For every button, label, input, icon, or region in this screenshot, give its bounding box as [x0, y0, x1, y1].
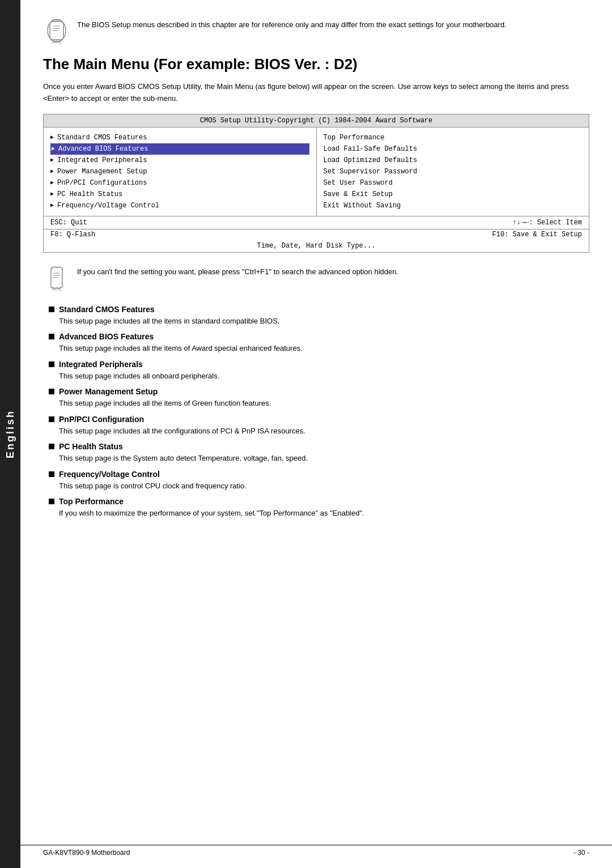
- bios-menu-body: ▶Standard CMOS Features▶Advanced BIOS Fe…: [44, 127, 589, 216]
- bios-menu-title: CMOS Setup Utility-Copyright (C) 1984-20…: [44, 114, 589, 127]
- bios-left-item: ▶Integrated Peripherals: [50, 155, 309, 166]
- bottom-note-box: NOTE If you can't find the setting you w…: [43, 264, 589, 291]
- feature-bullet: [49, 416, 54, 422]
- feature-title: Frequency/Voltage Control: [59, 470, 160, 479]
- feature-desc: This setup page includes all the items o…: [59, 343, 589, 354]
- page-title: The Main Menu (For example: BIOS Ver. : …: [43, 56, 589, 73]
- feature-heading: PnP/PCI Configuration: [49, 415, 589, 424]
- bios-left-item: ▶PnP/PCI Configurations: [50, 177, 309, 189]
- bios-right-item: Save & Exit Setup: [324, 189, 583, 200]
- feature-heading: PC Health Status: [49, 442, 589, 451]
- feature-item: Integrated Peripherals This setup page i…: [49, 360, 589, 382]
- feature-bullet: [49, 307, 54, 312]
- bios-left-item: ▶Frequency/Voltage Control: [50, 200, 309, 211]
- feature-item: Frequency/Voltage Control This setup pag…: [49, 470, 589, 492]
- bios-menu-footer-row2: F8: Q-Flash F10: Save & Exit Setup: [44, 229, 589, 240]
- bios-right-item: Set Supervisor Password: [324, 166, 583, 177]
- bios-triangle: ▶: [50, 133, 54, 142]
- bios-save-exit: F10: Save & Exit Setup: [492, 231, 582, 239]
- top-note-text: The BIOS Setup menus described in this c…: [77, 17, 507, 31]
- bios-triangle: ▶: [52, 144, 55, 153]
- bios-triangle: ▶: [50, 156, 54, 164]
- bios-triangle: ▶: [50, 167, 54, 176]
- bios-menu-left-column: ▶Standard CMOS Features▶Advanced BIOS Fe…: [44, 127, 317, 216]
- feature-item: Top Performance If you wish to maximize …: [49, 497, 589, 519]
- bios-esc-quit: ESC: Quit: [50, 219, 87, 227]
- feature-heading: Top Performance: [49, 497, 589, 506]
- feature-title: Integrated Peripherals: [59, 360, 143, 369]
- page-footer: GA-K8VT890-9 Motherboard - 30 -: [20, 845, 612, 857]
- feature-bullet: [49, 444, 54, 449]
- bios-right-item: Set User Password: [324, 177, 583, 189]
- footer-right: - 30 -: [573, 849, 589, 857]
- note-icon-top: NOTE: [43, 17, 70, 44]
- bios-left-item: ▶Power Management Setup: [50, 166, 309, 177]
- feature-heading: Standard CMOS Features: [49, 305, 589, 314]
- bios-left-item: ▶Standard CMOS Features: [50, 132, 309, 143]
- sidebar: English: [0, 0, 20, 868]
- bottom-note-text: If you can't find the setting you want, …: [77, 264, 398, 278]
- main-content: NOTE The BIOS Setup menus described in t…: [20, 0, 612, 547]
- feature-heading: Frequency/Voltage Control: [49, 470, 589, 479]
- feature-item: Advanced BIOS Features This setup page i…: [49, 332, 589, 354]
- feature-heading: Integrated Peripherals: [49, 360, 589, 369]
- bios-triangle: ▶: [50, 178, 54, 187]
- bios-triangle: ▶: [50, 201, 54, 210]
- svg-text:NOTE: NOTE: [52, 288, 62, 291]
- feature-title: Standard CMOS Features: [59, 305, 155, 314]
- svg-text:NOTE: NOTE: [52, 41, 62, 44]
- top-note-box: NOTE The BIOS Setup menus described in t…: [43, 17, 589, 44]
- feature-desc: This setup page includes all the items i…: [59, 316, 589, 327]
- bios-left-item: ▶PC Health Status: [50, 189, 309, 200]
- feature-title: PnP/PCI Configuration: [59, 415, 144, 424]
- feature-desc: This setup page is control CPU clock and…: [59, 480, 589, 492]
- feature-item: Standard CMOS Features This setup page i…: [49, 305, 589, 327]
- bios-right-item: Load Optimized Defaults: [324, 155, 583, 166]
- bios-triangle: ▶: [50, 190, 54, 198]
- feature-bullet: [49, 334, 54, 339]
- feature-bullet: [49, 361, 54, 367]
- bios-right-item: Top Performance: [324, 132, 583, 143]
- intro-paragraph: Once you enter Award BIOS CMOS Setup Uti…: [43, 81, 589, 105]
- bios-right-item: Exit Without Saving: [324, 200, 583, 211]
- feature-title: Power Management Setup: [59, 387, 158, 396]
- feature-item: Power Management Setup This setup page i…: [49, 387, 589, 409]
- feature-bullet: [49, 389, 54, 394]
- bios-select-item: ↑↓→←: Select Item: [513, 219, 582, 227]
- sidebar-label: English: [5, 410, 16, 458]
- feature-heading: Advanced BIOS Features: [49, 332, 589, 341]
- feature-heading: Power Management Setup: [49, 387, 589, 396]
- feature-desc: If you wish to maximize the performance …: [59, 508, 589, 519]
- feature-desc: This setup page includes all the items o…: [59, 398, 589, 409]
- feature-item: PC Health Status This setup page is the …: [49, 442, 589, 464]
- bios-menu-status: Time, Date, Hard Disk Type...: [44, 240, 589, 252]
- bios-left-item: ▶Advanced BIOS Features: [50, 143, 309, 155]
- bios-menu-diagram: CMOS Setup Utility-Copyright (C) 1984-20…: [43, 114, 589, 253]
- feature-title: PC Health Status: [59, 442, 123, 451]
- feature-title: Advanced BIOS Features: [59, 332, 154, 341]
- feature-bullet: [49, 499, 54, 504]
- footer-left: GA-K8VT890-9 Motherboard: [43, 849, 130, 857]
- bios-qflash: F8: Q-Flash: [50, 231, 95, 239]
- feature-desc: This setup page includes all onboard per…: [59, 371, 589, 382]
- note-icon-bottom: NOTE: [43, 264, 70, 291]
- feature-bullet: [49, 471, 54, 477]
- bios-right-item: Load Fail-Safe Defaults: [324, 143, 583, 155]
- feature-list: Standard CMOS Features This setup page i…: [49, 305, 589, 519]
- bios-menu-right-column: Top PerformanceLoad Fail-Safe DefaultsLo…: [317, 127, 589, 216]
- feature-item: PnP/PCI Configuration This setup page in…: [49, 415, 589, 437]
- bios-menu-footer-row1: ESC: Quit ↑↓→←: Select Item: [44, 216, 589, 229]
- feature-title: Top Performance: [59, 497, 124, 506]
- feature-desc: This setup page includes all the configu…: [59, 426, 589, 437]
- feature-desc: This setup page is the System auto detec…: [59, 453, 589, 464]
